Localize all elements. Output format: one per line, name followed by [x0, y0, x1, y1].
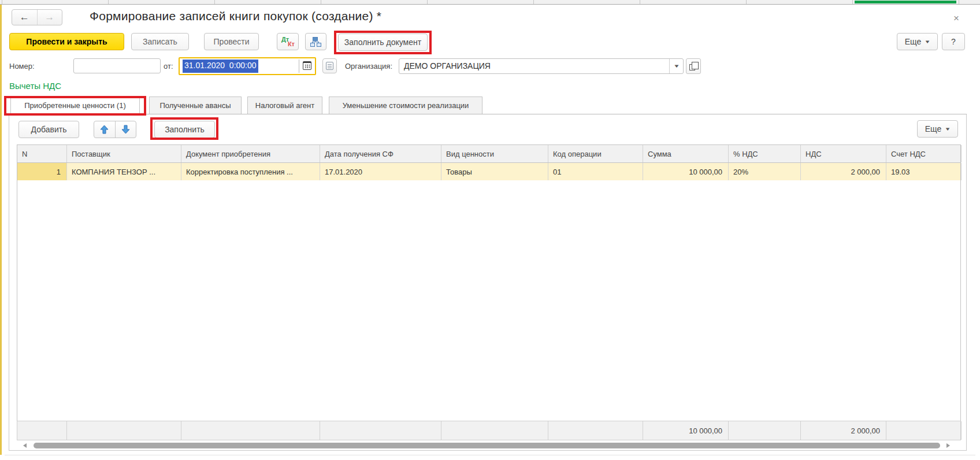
table-cell	[729, 421, 801, 440]
number-input[interactable]	[73, 58, 161, 73]
background-app-strip	[0, 0, 980, 5]
table-cell[interactable]: 2 000,00	[801, 163, 886, 180]
purchases-table: NПоставщикДокумент приобретенияДата полу…	[17, 144, 961, 440]
date-label: от:	[164, 62, 173, 71]
forward-arrow-icon: →	[44, 12, 54, 23]
help-button[interactable]: ?	[942, 33, 965, 50]
strip-separator	[852, 0, 853, 4]
table-cell[interactable]: 10 000,00	[643, 163, 729, 180]
table-row[interactable]: 1КОМПАНИЯ ТЕНЗОР ...Корректировка поступ…	[17, 163, 961, 180]
move-row-buttons	[94, 121, 136, 138]
back-button[interactable]: ←	[12, 10, 38, 25]
show-postings-button[interactable]: Дт Кт	[277, 33, 299, 50]
active-section-indicator	[855, 1, 956, 3]
strip-separator	[427, 0, 428, 4]
date-input[interactable]: 31.01.2020 0:00:00	[179, 57, 316, 75]
organization-open-button[interactable]	[686, 58, 701, 74]
tab-sales-cost-reduction[interactable]: Уменьшение стоимости реализации	[329, 97, 482, 114]
column-header[interactable]: N	[17, 145, 67, 162]
organization-value: ДЕМО ОРГАНИЗАЦИЯ	[404, 61, 491, 71]
chevron-down-icon: ▼	[945, 127, 951, 132]
table-cell: 2 000,00	[801, 421, 886, 440]
organization-label: Организация:	[345, 62, 392, 71]
close-icon[interactable]: ×	[953, 13, 959, 24]
more-button-top[interactable]: Еще▼	[897, 33, 938, 50]
table-cell[interactable]: 20%	[729, 163, 801, 180]
table-cell	[17, 421, 67, 440]
tab-received-advances[interactable]: Полученные авансы	[149, 97, 242, 114]
table-cell[interactable]: 01	[548, 163, 643, 180]
strip-separator	[214, 0, 215, 4]
more-label: Еще	[905, 37, 922, 46]
move-down-button[interactable]	[116, 121, 136, 138]
panel-border	[9, 450, 967, 451]
section-heading: Вычеты НДС	[9, 81, 61, 91]
add-row-button[interactable]: Добавить	[18, 121, 79, 138]
horizontal-scrollbar-thumb[interactable]	[34, 443, 940, 448]
column-header[interactable]: Вид ценности	[441, 145, 548, 162]
tab-tax-agent[interactable]: Налоговый агент	[247, 97, 322, 114]
table-cell	[320, 421, 441, 440]
save-button[interactable]: Записать	[131, 33, 189, 50]
table-cell	[441, 421, 548, 440]
more-button-table[interactable]: Еще▼	[917, 120, 958, 138]
highlight-active-tab	[4, 96, 146, 116]
highlight-fill-table	[150, 117, 218, 140]
highlight-fill-document	[334, 31, 432, 54]
table-cell: 10 000,00	[643, 421, 729, 440]
strip-separator	[2, 0, 2, 4]
page-title: Формирование записей книги покупок (созд…	[90, 9, 381, 23]
post-and-close-button[interactable]: Провести и закрыть	[9, 33, 124, 50]
table-cell	[886, 421, 962, 440]
organization-input[interactable]: ДЕМО ОРГАНИЗАЦИЯ ▼	[399, 58, 684, 74]
structure-icon	[310, 37, 321, 47]
more-label: Еще	[925, 124, 942, 133]
table-cell[interactable]: КОМПАНИЯ ТЕНЗОР ...	[67, 163, 181, 180]
list-icon	[326, 62, 333, 70]
calendar-icon[interactable]	[303, 61, 311, 70]
date-selected-text: 31.01.2020 0:00:00	[183, 60, 258, 73]
nav-history-buttons: ← →	[12, 9, 62, 25]
move-up-button[interactable]	[94, 121, 116, 138]
column-header[interactable]: Поставщик	[67, 145, 181, 162]
column-header[interactable]: Счет НДС	[886, 145, 962, 162]
strip-separator	[108, 0, 109, 4]
column-header[interactable]: % НДС	[729, 145, 801, 162]
window-edge-accent	[0, 5, 2, 455]
organization-dropdown-button[interactable]: ▼	[669, 59, 683, 73]
forward-button[interactable]: →	[38, 10, 62, 25]
panel-border	[9, 114, 9, 450]
strip-separator	[746, 0, 747, 4]
post-button[interactable]: Провести	[204, 33, 259, 50]
number-label: Номер:	[9, 62, 35, 71]
table-empty-area[interactable]	[17, 180, 961, 421]
column-header[interactable]: Сумма	[643, 145, 729, 162]
column-header[interactable]: Дата получения СФ	[320, 145, 441, 162]
table-cell[interactable]: 19.03	[886, 163, 962, 180]
document-window: ← → Формирование записей книги покупок (…	[0, 0, 980, 460]
table-cell[interactable]: 1	[17, 163, 67, 180]
column-header[interactable]: Код операции	[548, 145, 643, 162]
table-footer-row: 10 000,002 000,00	[17, 421, 961, 440]
scrollbar-left-arrow[interactable]	[23, 443, 27, 448]
arrow-down-icon	[121, 125, 130, 134]
table-cell[interactable]: 17.01.2020	[320, 163, 441, 180]
chevron-down-icon: ▼	[925, 39, 931, 44]
tabbar-baseline	[9, 114, 967, 114]
table-cell	[548, 421, 643, 440]
table-cell[interactable]: Товары	[441, 163, 548, 180]
strip-separator	[640, 0, 640, 4]
column-header[interactable]: Документ приобретения	[181, 145, 320, 162]
strip-separator	[321, 0, 321, 4]
kt-label: Кт	[288, 41, 295, 47]
document-structure-button[interactable]	[305, 33, 326, 50]
history-list-button[interactable]	[322, 58, 337, 73]
arrow-up-icon	[100, 125, 109, 134]
table-cell[interactable]: Корректировка поступления ...	[181, 163, 320, 180]
open-link-icon	[689, 64, 695, 71]
table-cell	[181, 421, 320, 440]
table-header-row: NПоставщикДокумент приобретенияДата полу…	[17, 144, 961, 163]
column-header[interactable]: НДС	[801, 145, 886, 162]
scrollbar-right-arrow[interactable]	[946, 443, 950, 448]
chevron-down-icon: ▼	[673, 64, 680, 69]
